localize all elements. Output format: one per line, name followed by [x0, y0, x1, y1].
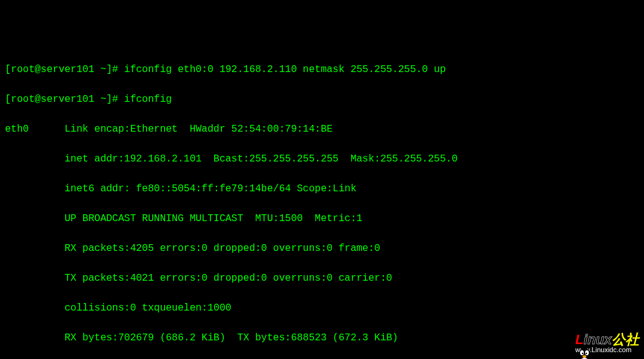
eth0-header: eth0 Link encap:Ethernet HWaddr 52:54:00… [5, 122, 639, 137]
command-1: ifconfig eth0:0 192.168.2.110 netmask 25… [124, 64, 445, 75]
eth0-link: Link encap:Ethernet HWaddr 52:54:00:79:1… [29, 124, 333, 135]
eth0-inet: inet addr:192.168.2.101 Bcast:255.255.25… [5, 152, 639, 166]
command-2: ifconfig [124, 94, 172, 105]
eth0-rx-packets: RX packets:4205 errors:0 dropped:0 overr… [5, 241, 639, 256]
prompt-user-host: [root@server101 ~]# [5, 64, 124, 75]
prompt-user-host-2: [root@server101 ~]# [5, 94, 124, 105]
watermark: Linux公社 www.Linuxidc.com [548, 330, 639, 355]
svg-point-6 [586, 353, 587, 354]
svg-point-3 [580, 350, 584, 355]
svg-point-5 [582, 353, 583, 354]
eth0-bytes: RX bytes:702679 (686.2 KiB) TX bytes:688… [5, 330, 639, 345]
svg-point-4 [585, 350, 589, 355]
eth0-flags: UP BROADCAST RUNNING MULTICAST MTU:1500 … [5, 211, 639, 226]
interface-name-eth0: eth0 [5, 124, 29, 135]
eth0-collisions: collisions:0 txqueuelen:1000 [5, 301, 639, 316]
eth0-inet6: inet6 addr: fe80::5054:ff:fe79:14be/64 S… [5, 181, 639, 196]
eth0-tx-packets: TX packets:4021 errors:0 dropped:0 overr… [5, 271, 639, 286]
svg-point-7 [583, 355, 586, 358]
prompt-line-1: [root@server101 ~]# ifconfig eth0:0 192.… [5, 62, 639, 77]
prompt-line-2: [root@server101 ~]# ifconfig [5, 92, 639, 107]
penguin-icon [548, 330, 573, 355]
